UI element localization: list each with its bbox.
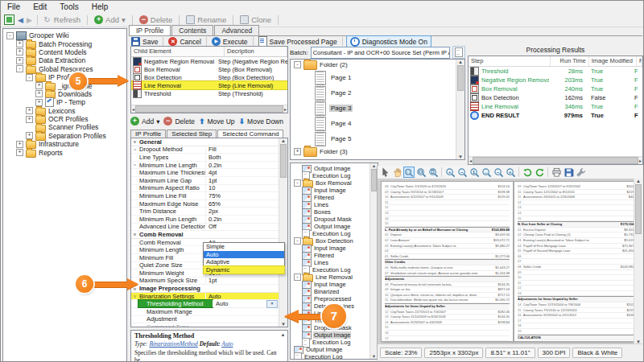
property-row-image-preprocessing[interactable]: vImage Preprocessing [131, 285, 287, 293]
batch-combobox[interactable]: Consultant - IP and OCR+00 Source Set (P… [311, 47, 450, 59]
tree-expander-icon[interactable]: + [35, 99, 43, 106]
menu-edit[interactable]: Edit [27, 2, 53, 11]
page-thumbnail[interactable] [315, 117, 326, 131]
result-row-box-detection[interactable]: Box Detection162msFalseF [469, 93, 642, 102]
property-row-minimum-line-fill[interactable]: Minimum Line Fill75% [131, 192, 287, 200]
rotate-ccw-icon[interactable] [522, 167, 533, 178]
tree-expander-icon[interactable]: + [26, 107, 33, 114]
property-grid-vscrollbar[interactable]: ▲▼ [279, 138, 287, 327]
zoom-rect-icon[interactable] [403, 167, 415, 178]
sidebar-item-content-models[interactable]: +Content Models [3, 48, 126, 56]
property-row-minimum-run-length[interactable]: Minimum Run Length0.2in [131, 216, 287, 224]
batch-page-4[interactable]: Page 4 [291, 116, 464, 131]
tab-selected-command[interactable]: Selected Command [217, 130, 283, 138]
tree-expander-icon[interactable]: - [16, 65, 23, 72]
column-decription[interactable]: Decription [225, 47, 287, 56]
step-toolbar-move-down[interactable]: ⬇Move Down [239, 117, 283, 125]
column-run-time[interactable]: Run Time [551, 56, 589, 66]
zoom-out-icon[interactable]: − [456, 167, 468, 178]
tab-advanced[interactable]: Advanced [214, 25, 259, 35]
property-row-binarization-settings[interactable]: vBinarization SettingsAuto [131, 293, 287, 301]
sidebar-item-data-extraction[interactable]: +Data Extraction [3, 56, 126, 64]
settings-icon[interactable] [575, 167, 586, 178]
page-thumbnail[interactable] [315, 132, 326, 146]
rotate-cw-icon[interactable] [534, 167, 545, 178]
dropdown-option-auto[interactable]: Auto [204, 251, 284, 259]
tree-expander-icon[interactable]: - [294, 237, 301, 245]
result-row-negative-region-removal[interactable]: Negative Region Removal203msTrueF [469, 76, 642, 84]
sidebar-item-reports[interactable]: +Reports [3, 148, 126, 156]
property-row-thresholding-method[interactable]: Thresholding MethodAuto▼ [131, 300, 287, 308]
document-page-right[interactable]: 09City/Town Taxes 1/23/2017 to 9/20/2002… [514, 181, 642, 342]
sidebar-item-batch-processing[interactable]: +Batch Processing [3, 39, 126, 47]
tree-expander-icon[interactable]: + [16, 149, 23, 156]
sidebar-item-ip-temp[interactable]: +IP - Temp [3, 98, 126, 106]
tree-expander-icon[interactable]: - [294, 61, 301, 68]
diag-item-execution-log[interactable]: Execution Log [291, 339, 378, 346]
page-thumbnail[interactable] [315, 101, 326, 116]
step-toolbar-move-up[interactable]: ⬆Move Up [199, 117, 235, 125]
tree-expander-icon[interactable]: + [35, 90, 43, 97]
document-page-left[interactable]: 08City/Town Taxes 1/1/2020 to 4/15/2020$… [381, 181, 514, 342]
zoom-fit-icon[interactable]: ↔ [481, 167, 492, 178]
tab-selected-step[interactable]: Selected Step [167, 130, 217, 138]
batch-page-2[interactable]: Page 2 [291, 85, 464, 101]
child-element-row-negative-region-removal[interactable]: Negative Region RemovalStep (Negative Re… [131, 57, 287, 65]
result-row-line-removal[interactable]: Line Removal346msTrueF [469, 102, 642, 111]
tree-expander-icon[interactable]: - [294, 179, 301, 187]
tab-ip-profile[interactable]: IP Profile [130, 130, 166, 138]
property-row-comb-removal[interactable]: vComb Removal [131, 231, 287, 239]
toolbar-button-refresh[interactable]: Refresh [43, 15, 80, 24]
sidebar-item-lexicons[interactable]: +Lexicons [3, 107, 126, 115]
result-row-box-removal[interactable]: Box Removal240msTrueF [469, 84, 642, 93]
property-row-dropout-method[interactable]: >Dropout MethodFill [131, 146, 287, 154]
property-expander-icon[interactable]: v [131, 294, 138, 298]
dropdown-option-simple[interactable]: Simple [204, 243, 284, 251]
command-save[interactable]: Save [130, 37, 159, 46]
property-row-advanced-line-detection[interactable]: Advanced Line DetectionOff [131, 224, 287, 232]
zoom-in-icon[interactable]: + [444, 167, 456, 178]
tree-expander-icon[interactable]: + [16, 40, 23, 47]
zoom-actual-icon[interactable]: 1 [469, 167, 480, 178]
sidebar-item-global-resources[interactable]: -Global Resources [3, 65, 126, 73]
child-element-row-line-removal[interactable]: Line RemovalStep (Line Removal) [131, 81, 287, 89]
step-toolbar-add[interactable]: Add▾ [130, 117, 159, 125]
child-element-row-box-detection[interactable]: Box DetectionStep (Box Detection) [131, 73, 287, 81]
zoom-plus-icon[interactable]: + [505, 167, 516, 178]
zoom-window-icon[interactable] [415, 167, 427, 178]
tree-expander-icon[interactable]: + [16, 57, 23, 64]
tab-ip-profile[interactable]: IP Profile [129, 25, 171, 36]
forward-icon[interactable]: ▶ [27, 16, 32, 24]
child-element-row-box-removal[interactable]: Box RemovalStep (Box Removal) [131, 65, 287, 73]
toolbar-button-clone[interactable]: Clone [240, 15, 271, 24]
help-type-link[interactable]: BinarizationMethod [149, 340, 197, 348]
property-row-maximum-edge-noise[interactable]: Maximum Edge Noise65% [131, 200, 287, 208]
sidebar-item-separation-profiles[interactable]: +Separation Profiles [3, 132, 126, 140]
pointer-icon[interactable] [379, 167, 390, 178]
sidebar-item-ocr-profiles[interactable]: +OCR Profiles [3, 115, 126, 123]
toolbar-button-delete[interactable]: Delete [139, 15, 172, 24]
tree-expander-icon[interactable]: - [6, 32, 14, 39]
tree-expander-icon[interactable]: + [26, 132, 33, 139]
hand-icon[interactable] [391, 167, 402, 178]
menu-help[interactable]: Help [85, 2, 115, 11]
back-icon[interactable]: ◀ [18, 16, 23, 24]
property-row-maximum-range[interactable]: Maximum Range [131, 308, 287, 316]
menu-tools[interactable]: Tools [53, 2, 85, 11]
page-thumbnail[interactable] [315, 86, 326, 101]
column-child-element[interactable]: Child Element [131, 47, 225, 56]
child-grid-hscrollbar[interactable]: ◂▸ [131, 105, 287, 113]
batch-page-3[interactable]: Page 3 [291, 101, 464, 116]
result-row-threshold[interactable]: Threshold28msTrueF [469, 67, 642, 76]
child-element-row-threshold[interactable]: ThresholdStep (Threshold) [131, 89, 287, 97]
batch-tree-vscrollbar[interactable]: ▲▼ [456, 60, 464, 159]
viewer-vscrollbar[interactable]: ▲▼ [634, 179, 642, 344]
dropdown-option-adaptive[interactable]: Adaptive [204, 258, 284, 266]
toolbar-button-rename[interactable]: Rename [186, 15, 226, 24]
page-thumbnail[interactable] [315, 71, 326, 85]
tree-expander-icon[interactable]: + [16, 48, 23, 56]
batch-folder-folder-3[interactable]: +Folder (3) [291, 146, 464, 157]
results-hscrollbar[interactable]: ◂▸ [469, 156, 642, 164]
sidebar-item-infrastructure[interactable]: +Infrastructure [3, 140, 126, 148]
diag-item-execution-log[interactable]: Execution Log [291, 353, 378, 360]
